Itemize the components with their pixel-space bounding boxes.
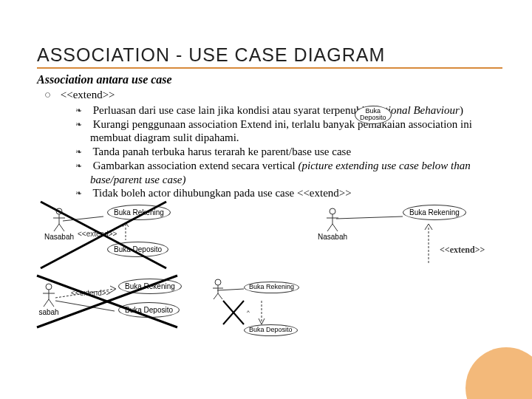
bullet-stereotype: <<extend>> Perluasan dari use case lain … xyxy=(44,88,502,200)
svg-line-32 xyxy=(332,224,338,231)
svg-point-0 xyxy=(56,208,62,214)
stick-figure-icon xyxy=(211,279,225,301)
usecase-buka-deposito-2: Buka Deposito xyxy=(118,302,180,318)
diagram-area: Nasabah Buka Rekening Buka Deposito <<ex… xyxy=(37,208,502,363)
svg-line-27 xyxy=(223,301,244,324)
svg-line-31 xyxy=(327,224,332,231)
actor-middle xyxy=(203,279,233,301)
extend-label-1: <<extend>> xyxy=(78,230,117,238)
svg-line-13 xyxy=(49,299,54,307)
marker-x-icon xyxy=(222,299,248,326)
slide-subtitle: Association antara use case xyxy=(37,73,502,86)
slide-title: ASSOCIATION - USE CASE DIAGRAM xyxy=(37,44,502,69)
svg-line-12 xyxy=(44,299,49,307)
usecase-buka-rekening-correct: Buka Rekening xyxy=(403,205,466,220)
bullet-item: Kurangi penggunaan association Extend in… xyxy=(75,117,502,146)
actor-nasabah-correct: Nasabah xyxy=(318,208,347,241)
stick-figure-icon xyxy=(41,283,56,308)
actor-sabah: sabah xyxy=(34,283,64,316)
bullet-item: Tidak boleh actor dihubungkan pada use c… xyxy=(75,186,502,200)
svg-line-22 xyxy=(218,293,222,299)
svg-line-3 xyxy=(54,224,59,231)
svg-line-21 xyxy=(214,293,218,299)
extend-label-big: <<extend>> xyxy=(440,245,485,256)
extend-label-2: <<extend>> xyxy=(71,289,110,297)
bullet-item: Gambarkan association extend secara vert… xyxy=(75,159,502,187)
svg-line-26 xyxy=(223,301,244,324)
bullet-item: Tanda panah terbuka harus terarah ke par… xyxy=(75,145,502,159)
svg-line-15 xyxy=(55,301,115,311)
stick-figure-icon xyxy=(325,208,340,233)
usecase-buka-dep-mid: Buka Deposito xyxy=(244,324,298,336)
stick-figure-icon xyxy=(52,208,66,233)
bullet-item: Perluasan dari use case lain jika kondis… xyxy=(75,103,502,117)
actor-nasabah-1: Nasabah xyxy=(44,208,74,241)
usecase-buka-rekening-2: Buka Rekening xyxy=(118,279,182,294)
floating-oval-buka-deposito: BukaDeposito xyxy=(355,106,392,124)
stereotype-text: <<extend>> xyxy=(61,89,115,100)
svg-text:^: ^ xyxy=(247,309,250,316)
usecase-buka-rek-mid: Buka Rekening xyxy=(244,282,299,293)
connector-correct-extend xyxy=(421,222,436,267)
svg-point-28 xyxy=(330,208,335,214)
svg-line-4 xyxy=(59,224,64,231)
usecase-buka-deposito-1: Buka Deposito xyxy=(107,242,168,257)
usecase-buka-rekening-1: Buka Rekening xyxy=(107,205,171,220)
svg-point-18 xyxy=(215,279,221,285)
svg-point-9 xyxy=(46,284,52,290)
